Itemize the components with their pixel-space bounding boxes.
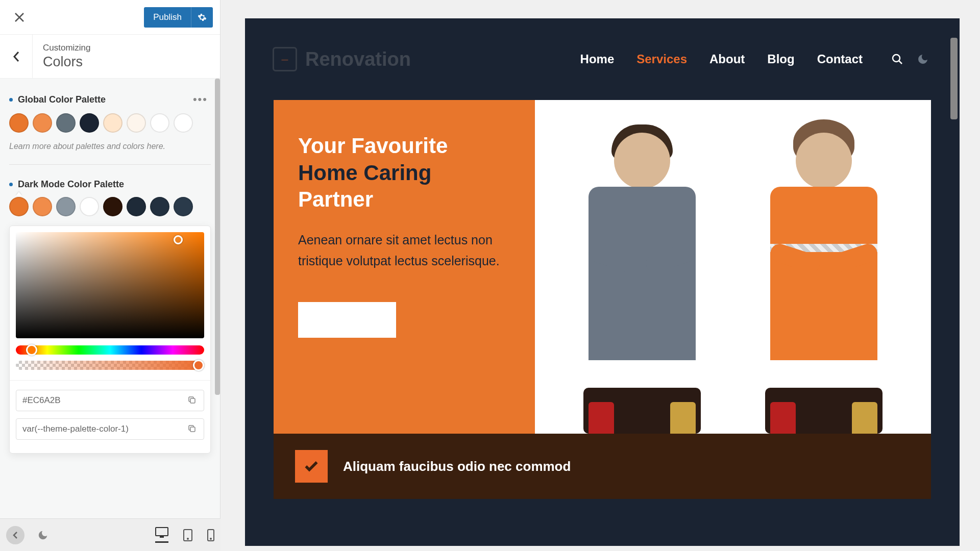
nav-about[interactable]: About: [709, 52, 745, 66]
hero-title-part1: Your Favourite: [298, 134, 448, 158]
hero-title-part3: Partner: [298, 187, 373, 211]
hue-handle[interactable]: [26, 344, 37, 356]
color-swatch[interactable]: [56, 113, 76, 133]
color-swatch[interactable]: [174, 113, 193, 133]
alpha-slider[interactable]: [16, 361, 204, 370]
chevron-left-icon: [12, 531, 18, 539]
publish-group: Publish: [144, 7, 213, 28]
mobile-icon: [207, 529, 214, 541]
check-badge: [295, 450, 328, 483]
hero-cta-button[interactable]: [298, 302, 396, 338]
svg-rect-2: [156, 528, 168, 536]
device-preview-group: [155, 527, 214, 543]
hero-image: [535, 100, 931, 434]
color-swatch[interactable]: [127, 197, 146, 216]
css-var-input[interactable]: [22, 424, 187, 434]
hide-controls-button[interactable]: [6, 526, 24, 544]
color-swatch[interactable]: [127, 113, 146, 133]
color-swatch[interactable]: [33, 197, 52, 216]
nav-home[interactable]: Home: [580, 52, 615, 66]
modified-indicator-icon: [9, 98, 13, 102]
moon-icon: [37, 530, 48, 541]
tablet-preview-button[interactable]: [183, 529, 193, 541]
hex-input-row: [16, 390, 204, 411]
person-illustration: [551, 127, 733, 434]
main-nav: Home Services About Blog Contact: [580, 52, 929, 66]
palette-menu-button[interactable]: •••: [193, 93, 211, 106]
site-logo[interactable]: – Renovation: [273, 47, 411, 71]
alpha-handle[interactable]: [193, 360, 204, 371]
svg-rect-3: [160, 536, 164, 538]
person-illustration: [733, 127, 915, 434]
svg-rect-0: [190, 398, 195, 403]
color-swatch[interactable]: [103, 197, 122, 216]
copy-var-button[interactable]: [187, 424, 198, 434]
panel-body: Global Color Palette ••• Learn more abou…: [0, 79, 220, 551]
nav-services[interactable]: Services: [636, 52, 687, 66]
modified-indicator-icon: [9, 183, 13, 186]
hero-subtitle: Aenean ornare sit amet lectus non tristi…: [298, 230, 510, 272]
dark-mode-toggle[interactable]: [34, 526, 52, 544]
nav-blog[interactable]: Blog: [767, 52, 794, 66]
search-button[interactable]: [891, 53, 903, 65]
close-icon: [15, 13, 24, 22]
logo-mark-icon: –: [273, 47, 297, 71]
tablet-icon: [183, 529, 193, 541]
learn-more-link[interactable]: Learn more about palettes and colors her…: [9, 142, 211, 165]
svg-rect-1: [190, 427, 195, 432]
copy-icon: [187, 395, 197, 405]
feature-banner: Aliquam faucibus odio nec commod: [274, 434, 931, 499]
color-swatch[interactable]: [80, 197, 99, 216]
customizer-sidebar: Publish Customizing Colors Global Color …: [0, 0, 220, 551]
section-title: Colors: [43, 54, 210, 70]
svg-point-5: [187, 538, 188, 539]
breadcrumb: Customizing: [43, 43, 210, 53]
site-preview: – Renovation Home Services About Blog Co…: [245, 18, 960, 546]
copy-icon: [187, 424, 197, 433]
dark-swatch-row: [9, 197, 211, 216]
color-picker-popup: [9, 226, 211, 454]
global-swatch-row: [9, 113, 211, 133]
dark-palette-section: Dark Mode Color Palette: [9, 165, 211, 454]
gear-icon: [198, 13, 207, 22]
search-icon: [891, 53, 903, 65]
color-swatch[interactable]: [150, 113, 169, 133]
close-customizer-button[interactable]: [7, 5, 32, 30]
svg-point-7: [210, 538, 211, 539]
color-swatch[interactable]: [174, 197, 193, 216]
check-icon: [303, 458, 320, 474]
color-swatch[interactable]: [9, 197, 29, 216]
color-swatch[interactable]: [9, 113, 29, 133]
hex-input[interactable]: [22, 395, 187, 406]
svg-point-8: [893, 55, 900, 62]
var-input-row: [16, 418, 204, 440]
hero-content: Your Favourite Home Caring Partner Aenea…: [274, 100, 535, 434]
theme-toggle[interactable]: [917, 53, 929, 65]
saturation-handle[interactable]: [174, 235, 183, 244]
publish-button[interactable]: Publish: [144, 7, 191, 28]
color-swatch[interactable]: [150, 197, 169, 216]
hero-title: Your Favourite Home Caring Partner: [298, 133, 510, 213]
hero-section: Your Favourite Home Caring Partner Aenea…: [274, 100, 931, 434]
moon-icon: [917, 53, 929, 65]
hue-slider[interactable]: [16, 345, 204, 355]
publish-settings-button[interactable]: [191, 7, 213, 28]
desktop-preview-button[interactable]: [155, 527, 168, 543]
dark-palette-label: Dark Mode Color Palette: [18, 179, 124, 190]
bottom-toolbar: [0, 518, 220, 551]
site-header: – Renovation Home Services About Blog Co…: [245, 18, 960, 100]
saturation-area[interactable]: [16, 232, 204, 338]
copy-hex-button[interactable]: [187, 395, 198, 406]
banner-text: Aliquam faucibus odio nec commod: [343, 459, 571, 474]
scrollbar[interactable]: [215, 79, 220, 395]
color-swatch[interactable]: [56, 197, 76, 216]
nav-contact[interactable]: Contact: [817, 52, 863, 66]
color-swatch[interactable]: [103, 113, 122, 133]
color-swatch[interactable]: [80, 113, 99, 133]
chevron-left-icon: [13, 51, 20, 62]
global-palette-section: Global Color Palette ••• Learn more abou…: [9, 79, 211, 165]
mobile-preview-button[interactable]: [207, 529, 214, 541]
back-button[interactable]: [0, 35, 33, 78]
preview-scrollbar[interactable]: [950, 38, 958, 119]
color-swatch[interactable]: [33, 113, 52, 133]
